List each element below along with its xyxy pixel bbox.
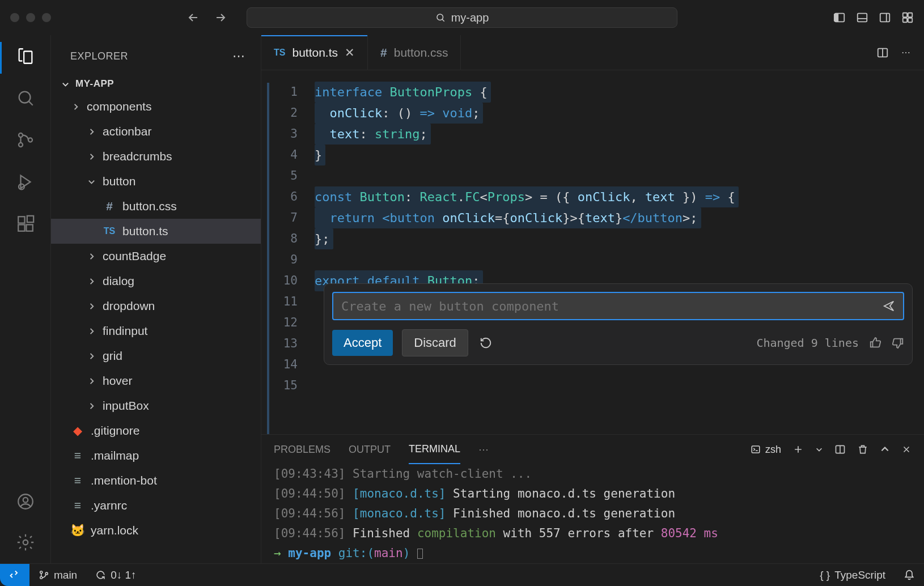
accept-button[interactable]: Accept: [332, 330, 393, 356]
terminal-dropdown-icon[interactable]: [815, 445, 823, 453]
tree-folder[interactable]: hover: [51, 368, 261, 393]
toggle-left-panel-icon[interactable]: [833, 11, 846, 24]
tree-folder[interactable]: findinput: [51, 319, 261, 343]
tree-file[interactable]: TSbutton.ts: [51, 219, 261, 244]
tree-label: breadcrumbs: [103, 150, 172, 163]
tree-label: inputBox: [103, 399, 149, 413]
folder-root[interactable]: MY-APP: [51, 75, 261, 93]
maximize-panel-icon[interactable]: [880, 444, 890, 455]
inline-chat-input[interactable]: [341, 299, 883, 313]
tree-file[interactable]: ≡.yarnrc: [51, 493, 261, 518]
tree-label: grid: [103, 349, 122, 363]
svg-point-11: [18, 133, 22, 137]
panel-tab-problems[interactable]: PROBLEMS: [274, 436, 330, 464]
tree-folder[interactable]: grid: [51, 343, 261, 368]
statusbar: main 0↓ 1↑ { } TypeScript: [0, 563, 924, 586]
rerun-icon[interactable]: [477, 337, 492, 349]
inline-chat-input-wrap: [332, 292, 904, 320]
terminal-shell-selector[interactable]: zsh: [751, 444, 781, 456]
source-control-icon[interactable]: [16, 130, 35, 150]
command-center[interactable]: my-app: [247, 7, 677, 28]
forward-icon[interactable]: [214, 11, 227, 24]
kill-terminal-icon[interactable]: [857, 444, 868, 455]
panel-tab-output[interactable]: OUTPUT: [349, 436, 391, 464]
status-notifications[interactable]: [895, 569, 924, 581]
editor-more-icon[interactable]: ⋯: [901, 47, 910, 58]
ts-file-icon: TS: [274, 48, 285, 58]
svg-rect-2: [858, 14, 867, 22]
thumbs-down-icon[interactable]: [892, 337, 904, 349]
explorer-icon[interactable]: [16, 46, 35, 66]
editor-tab[interactable]: TSbutton.ts✕: [261, 35, 368, 70]
sidebar: EXPLORER ⋯ MY-APP componentsactionbarbre…: [51, 35, 261, 563]
terminal-output[interactable]: [09:43:43] Starting watch-client ...[09:…: [261, 464, 924, 563]
run-debug-icon[interactable]: [16, 172, 35, 192]
tree-folder[interactable]: button: [51, 169, 261, 194]
command-center-title: my-app: [451, 11, 489, 24]
tree-label: .mention-bot: [91, 474, 157, 487]
svg-rect-7: [908, 13, 912, 17]
tab-label: button.css: [394, 46, 448, 60]
tree-folder[interactable]: breadcrumbs: [51, 144, 261, 169]
git-file-icon: ◆: [71, 424, 84, 438]
tree-folder[interactable]: components: [51, 94, 261, 119]
status-sync[interactable]: 0↓ 1↑: [86, 569, 145, 581]
svg-point-0: [437, 14, 443, 20]
settings-gear-icon[interactable]: [16, 533, 35, 552]
tree-folder[interactable]: actionbar: [51, 119, 261, 144]
tree-folder[interactable]: countBadge: [51, 244, 261, 269]
svg-point-12: [18, 143, 22, 147]
terminal-shell-label: zsh: [765, 444, 781, 456]
tree-file[interactable]: ≡.mailmap: [51, 443, 261, 468]
new-terminal-icon[interactable]: [792, 444, 804, 455]
status-branch-name: main: [54, 569, 77, 581]
status-language-label: TypeScript: [834, 569, 885, 581]
search-activity-icon[interactable]: [16, 88, 35, 108]
sidebar-title: EXPLORER: [70, 50, 128, 62]
tree-file[interactable]: ◆.gitignore: [51, 418, 261, 443]
customize-layout-icon[interactable]: [901, 11, 914, 24]
discard-button[interactable]: Discard: [402, 329, 468, 356]
code-area[interactable]: interface ButtonProps { onClick: () => v…: [315, 70, 924, 434]
close-tab-icon[interactable]: ✕: [345, 46, 355, 60]
svg-point-28: [40, 576, 43, 579]
close-window[interactable]: [10, 13, 19, 22]
svg-point-21: [23, 540, 28, 545]
send-icon[interactable]: [883, 300, 895, 312]
tree-label: actionbar: [103, 125, 151, 138]
tree-label: yarn.lock: [91, 524, 138, 537]
split-terminal-icon[interactable]: [834, 444, 846, 455]
line-numbers: 123456789101112131415: [261, 70, 315, 434]
tree-folder[interactable]: dialog: [51, 269, 261, 294]
css-file-icon: #: [380, 46, 387, 60]
panel-tab-terminal[interactable]: TERMINAL: [409, 435, 460, 464]
accounts-icon[interactable]: [16, 492, 35, 511]
ts-file-icon: TS: [103, 226, 116, 236]
thumbs-up-icon[interactable]: [869, 337, 881, 349]
status-branch[interactable]: main: [29, 569, 86, 581]
tree-file[interactable]: ≡.mention-bot: [51, 468, 261, 493]
tree-file[interactable]: #button.css: [51, 194, 261, 219]
maximize-window[interactable]: [42, 13, 51, 22]
remote-indicator[interactable]: [0, 564, 29, 586]
extensions-icon[interactable]: [16, 214, 35, 233]
tree-label: button: [103, 175, 135, 188]
toggle-right-panel-icon[interactable]: [879, 11, 891, 24]
minimize-window[interactable]: [26, 13, 35, 22]
back-icon[interactable]: [187, 11, 200, 24]
editor[interactable]: 123456789101112131415 interface ButtonPr…: [261, 70, 924, 434]
tree-file[interactable]: 🐱yarn.lock: [51, 518, 261, 543]
panel-more-icon[interactable]: ⋯: [478, 443, 489, 456]
editor-tab[interactable]: #button.css: [368, 35, 461, 70]
tree-folder[interactable]: inputBox: [51, 393, 261, 418]
close-panel-icon[interactable]: [901, 444, 912, 455]
titlebar: my-app: [0, 0, 924, 35]
status-language[interactable]: { } TypeScript: [811, 569, 895, 581]
sidebar-more-icon[interactable]: ⋯: [232, 49, 245, 63]
tree-folder[interactable]: dropdown: [51, 294, 261, 319]
svg-rect-17: [26, 224, 32, 231]
split-editor-icon[interactable]: [876, 46, 889, 59]
activity-bar: [0, 35, 51, 563]
tree-label: .mailmap: [91, 449, 139, 462]
toggle-bottom-panel-icon[interactable]: [856, 11, 868, 24]
